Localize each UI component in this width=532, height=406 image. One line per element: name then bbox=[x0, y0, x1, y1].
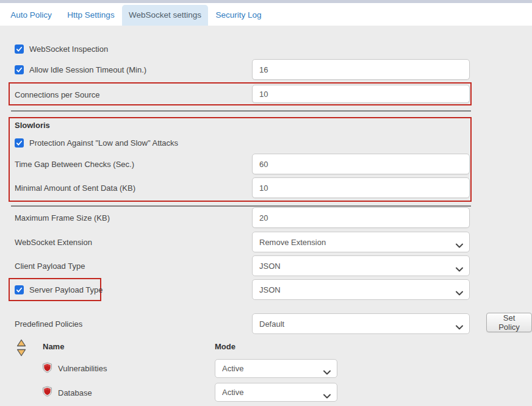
policy-row-name: Database bbox=[58, 388, 92, 397]
max-frame-size-input[interactable] bbox=[252, 207, 470, 228]
tab-security-log[interactable]: Security Log bbox=[209, 5, 268, 26]
server-payload-select-wrap: JSON bbox=[252, 279, 470, 300]
predefined-policies-select[interactable]: Default bbox=[252, 313, 470, 334]
slowloris-protection-label: Protection Against "Low and Slow" Attack… bbox=[29, 138, 178, 148]
shield-icon bbox=[42, 386, 52, 399]
client-payload-select-wrap: JSON bbox=[252, 255, 470, 276]
tab-websocket-settings[interactable]: WebSocket settings bbox=[122, 5, 208, 26]
set-policy-button[interactable]: Set Policy bbox=[486, 313, 532, 332]
shield-icon bbox=[42, 362, 52, 376]
check-icon bbox=[16, 287, 23, 293]
websocket-inspection-checkbox[interactable] bbox=[15, 45, 24, 54]
client-payload-select[interactable]: JSON bbox=[252, 255, 470, 276]
idle-timeout-checkbox[interactable] bbox=[15, 65, 24, 74]
check-icon bbox=[16, 140, 23, 146]
connections-per-source-input[interactable] bbox=[252, 85, 470, 103]
websocket-extension-label: WebSocket Extension bbox=[15, 238, 92, 247]
predefined-policies-label: Predefined Policies bbox=[15, 319, 82, 329]
server-payload-label: Server Payload Type bbox=[29, 285, 102, 294]
minimal-data-label: Minimal Amount of Sent Data (KB) bbox=[15, 183, 135, 193]
vulnerabilities-mode-select[interactable]: Active bbox=[215, 359, 337, 378]
websocket-extension-select-wrap: Remove Extension bbox=[252, 232, 470, 252]
check-icon bbox=[16, 46, 23, 52]
idle-timeout-row: Allow Idle Session Timeout (Min.) bbox=[15, 65, 146, 74]
section-divider bbox=[11, 110, 471, 112]
vulnerabilities-mode-select-wrap: Active bbox=[215, 359, 337, 378]
slowloris-protection-row: Protection Against "Low and Slow" Attack… bbox=[15, 138, 178, 148]
sort-desc-icon[interactable] bbox=[16, 348, 26, 359]
check-icon bbox=[16, 66, 23, 73]
client-payload-label: Client Payload Type bbox=[15, 262, 85, 271]
tab-http-settings[interactable]: Http Settings bbox=[63, 5, 118, 26]
database-mode-select-wrap: Active bbox=[215, 383, 337, 402]
websocket-inspection-label: WebSocket Inspection bbox=[29, 45, 108, 54]
time-gap-label: Time Gap Between Checks (Sec.) bbox=[15, 160, 134, 169]
column-header-name[interactable]: Name bbox=[43, 342, 64, 351]
server-payload-checkbox[interactable] bbox=[15, 285, 24, 294]
idle-timeout-label: Allow Idle Session Timeout (Min.) bbox=[29, 65, 146, 74]
server-payload-row: Server Payload Type bbox=[15, 285, 102, 294]
websocket-extension-select[interactable]: Remove Extension bbox=[252, 232, 470, 252]
predefined-policies-select-wrap: Default bbox=[252, 313, 470, 334]
section-divider bbox=[11, 205, 471, 207]
settings-panel: WebSocket Inspection Allow Idle Session … bbox=[0, 26, 532, 406]
policy-row-name: Vulnerabilities bbox=[58, 364, 107, 373]
websocket-settings-page: Auto Policy Http Settings WebSocket sett… bbox=[0, 0, 532, 406]
max-frame-size-label: Maximum Frame Size (KB) bbox=[15, 213, 110, 223]
idle-timeout-input[interactable] bbox=[252, 59, 470, 80]
tab-bar: Auto Policy Http Settings WebSocket sett… bbox=[0, 3, 532, 26]
server-payload-select[interactable]: JSON bbox=[252, 279, 470, 300]
column-header-mode[interactable]: Mode bbox=[215, 342, 235, 351]
time-gap-input[interactable] bbox=[252, 154, 470, 174]
connections-per-source-label: Connections per Source bbox=[15, 90, 99, 99]
database-mode-select[interactable]: Active bbox=[215, 383, 337, 402]
slowloris-protection-checkbox[interactable] bbox=[15, 138, 24, 148]
slowloris-heading: Slowloris bbox=[15, 121, 50, 130]
tab-auto-policy[interactable]: Auto Policy bbox=[5, 5, 57, 26]
websocket-inspection-row: WebSocket Inspection bbox=[15, 44, 108, 54]
minimal-data-input[interactable] bbox=[252, 177, 470, 198]
